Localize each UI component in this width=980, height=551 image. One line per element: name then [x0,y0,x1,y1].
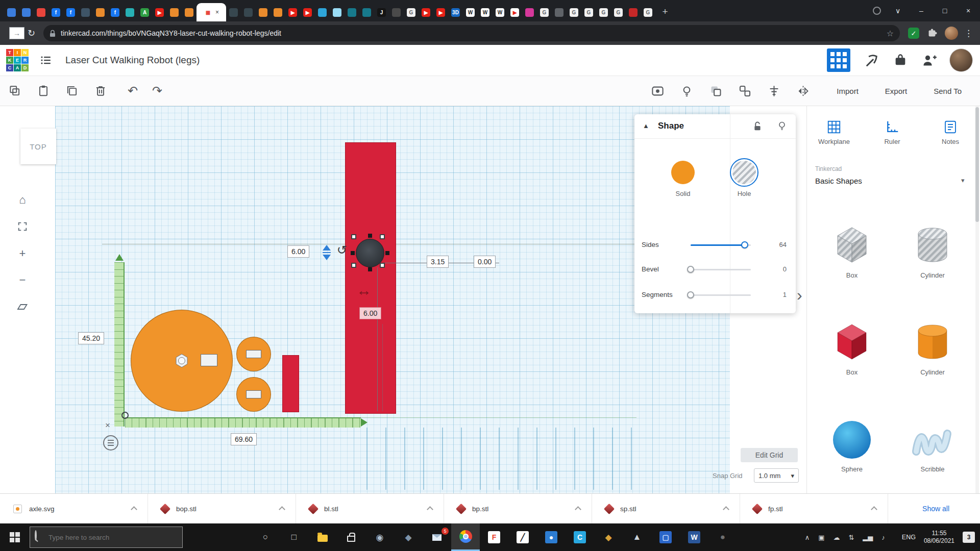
tab-search-button[interactable]: ∨ [886,0,910,21]
browser-tab[interactable] [226,3,241,21]
tray-icon[interactable]: ▣ [818,534,824,541]
duplicate-icon[interactable] [65,84,79,97]
ruler-menu-button[interactable] [103,435,118,450]
rotate-handle-icon[interactable]: ↺ [337,243,347,257]
browser-tab[interactable] [182,3,197,21]
rect-hole-disc-2[interactable] [246,390,261,398]
f-app-icon[interactable]: F [480,523,508,551]
browser-tab[interactable]: f [108,3,122,21]
tray-icon[interactable]: ♪ [881,534,885,541]
browser-tab[interactable]: W [478,3,493,21]
shape-item-sphere[interactable]: Sphere [816,413,888,473]
mirror-flip-icon[interactable] [796,84,810,98]
download-item[interactable]: axle.svg [0,494,148,523]
zoom-out-button[interactable]: − [15,273,30,287]
shape-category-dropdown[interactable]: Basic Shapes [815,177,862,185]
segments-slider[interactable] [691,294,751,296]
browser-tab[interactable]: 3D [448,3,463,21]
move-handle-icon[interactable]: ↔ [356,282,372,299]
undo-icon[interactable]: ↶ [128,84,138,98]
workplane-view-button[interactable] [15,299,30,314]
hex-nut-hole[interactable] [172,350,192,371]
reload-button[interactable]: ↻ [28,28,35,39]
zoom-in-button[interactable]: + [15,246,30,261]
browser-tab[interactable] [626,3,641,21]
sidebar-scrollbar[interactable] [975,106,979,493]
browser-tab[interactable]: G [567,3,581,21]
ruler-vertical-value[interactable]: 45.20 [78,332,104,344]
forward-button[interactable]: → [9,27,24,39]
send-to-button[interactable]: Send To [934,87,962,95]
browser-tab[interactable]: J [374,3,389,21]
browser-tab[interactable] [4,3,19,21]
download-item[interactable]: fp.stl [740,494,888,523]
dark-app-icon[interactable]: ● [708,523,737,551]
browser-tab[interactable]: f [63,3,78,21]
bag-icon[interactable] [893,53,908,67]
tray-icon[interactable]: ☁ [833,534,840,541]
store-icon[interactable] [337,523,365,551]
taskbar-search-input[interactable] [30,527,183,548]
file-explorer-icon[interactable] [308,523,337,551]
dimension-zero-input[interactable]: 0.00 [474,256,496,268]
download-item[interactable]: bop.stl [148,494,296,523]
tray-icon[interactable]: ⇅ [848,534,854,541]
start-button[interactable] [0,523,30,551]
browser-tab[interactable] [122,3,137,21]
download-menu-chevron-icon[interactable] [575,506,581,513]
category-caret-icon[interactable]: ▾ [961,177,965,184]
edge-handle-right[interactable] [385,251,389,255]
ruler-horizontal[interactable] [125,417,361,428]
bevel-slider[interactable] [691,269,751,270]
camera-app-icon[interactable]: ● [537,523,566,551]
ruler-vertical[interactable] [114,262,125,427]
bevel-slider-knob[interactable] [687,266,694,273]
scale-handle-ne[interactable] [380,234,385,239]
blue-window-app-icon[interactable]: ▢ [651,523,680,551]
rect-hole-large-disc[interactable] [201,354,217,366]
workplane-tool[interactable]: Workplane [811,119,857,145]
user-avatar[interactable] [949,48,973,72]
segments-slider-knob[interactable] [687,291,694,298]
address-bar[interactable]: tinkercad.com/things/boVNGaqN3Y8-laser-c… [43,25,900,41]
scale-handle-nw[interactable] [351,234,356,239]
shape-item-box-hole[interactable]: Box [816,219,888,279]
tray-icon[interactable]: ∧ [805,534,810,541]
browser-tab[interactable]: ▶ [419,3,433,21]
window-maximize-button[interactable]: □ [933,0,957,21]
home-view-button[interactable]: ⌂ [15,193,30,207]
invite-person-icon[interactable] [922,53,937,67]
app-diamond-dark-icon[interactable]: ◆ [394,523,423,551]
ruler-origin-handle[interactable] [121,412,129,419]
browser-tab[interactable] [93,3,108,21]
pyramid-app-icon[interactable]: ▲ [623,523,651,551]
dimension-width-input[interactable]: 6.00 [287,245,309,258]
ruler-tool[interactable]: Ruler [869,119,916,145]
bookmark-star-icon[interactable]: ☆ [887,29,894,38]
window-minimize-button[interactable]: – [910,0,933,21]
browser-tab[interactable] [359,3,374,21]
shape-item-box-solid[interactable]: Box [816,316,888,376]
design-menu-icon[interactable] [40,54,52,66]
red-leg-plate[interactable] [345,142,396,414]
notification-center-button[interactable]: 3 [963,532,975,543]
download-menu-chevron-icon[interactable] [723,506,729,513]
browser-tab[interactable]: f [48,3,63,21]
browser-tab[interactable] [315,3,330,21]
steam-icon[interactable]: ◉ [365,523,394,551]
browser-tab[interactable]: ▶ [300,3,315,21]
browser-menu-icon[interactable]: ⋮ [964,28,973,39]
browser-tab[interactable] [34,3,48,21]
edge-handle-left[interactable] [351,251,355,255]
hole-swatch[interactable] [732,161,756,184]
browser-tab[interactable]: A [137,3,152,21]
scale-handle-sw[interactable] [351,263,356,268]
chrome-icon[interactable] [451,523,480,551]
solid-swatch[interactable] [671,161,695,184]
paste-icon[interactable] [37,84,50,97]
download-item[interactable]: bl.stl [296,494,444,523]
panel-lightbulb-icon[interactable] [777,121,787,131]
word-icon[interactable]: W [680,523,708,551]
show-hide-icon[interactable] [651,84,665,98]
window-close-button[interactable]: × [957,0,980,21]
